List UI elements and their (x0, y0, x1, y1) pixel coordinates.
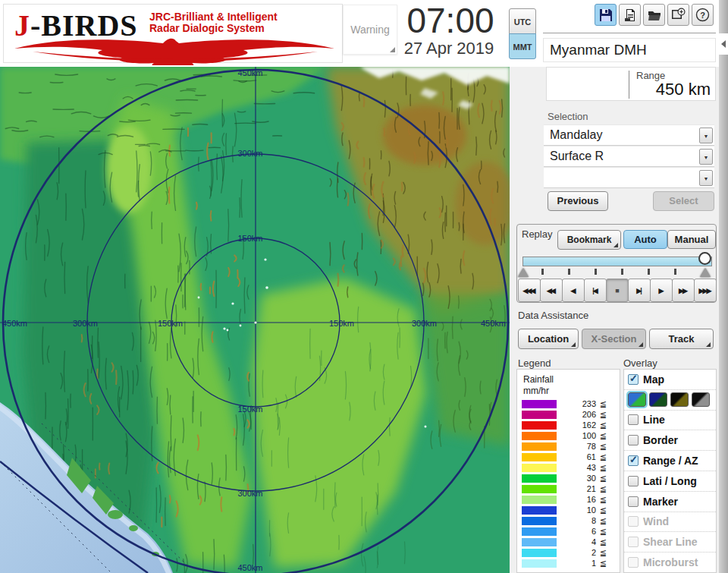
option-dropdown[interactable]: ▼ (544, 167, 714, 188)
overlay-panel: Map Line Border Range / AZ (623, 369, 717, 573)
replay-slider-thumb[interactable] (698, 252, 711, 265)
app-logo: J-BIRDS JRC-Brilliant & Intelligent Rada… (3, 4, 343, 63)
save-button[interactable] (595, 4, 617, 26)
map-style-blue-green[interactable] (628, 392, 646, 407)
legend-color-swatch (522, 517, 557, 525)
legend-row: 30≦ (522, 473, 616, 483)
utc-button[interactable]: UTC (509, 8, 536, 34)
skip-forward-button[interactable]: ▶▶▶ (694, 279, 717, 302)
legend-row: 16≦ (522, 494, 616, 505)
legend-threshold-value: 2 (557, 548, 596, 557)
playback-controls: ◀◀◀ ◀◀ ◀ |◀ ■ ▶| ▶ ▶▶ ▶▶▶ (518, 279, 716, 302)
auto-button[interactable]: Auto (623, 230, 667, 249)
checkbox-disabled-icon (628, 537, 639, 547)
chevron-down-icon[interactable]: ▼ (699, 149, 713, 165)
chevron-down-icon[interactable]: ▼ (699, 128, 713, 143)
legend-lte-symbol: ≦ (596, 495, 607, 505)
open-folder-icon (648, 8, 661, 22)
checkbox-icon[interactable] (628, 476, 639, 486)
legend-threshold-value: 162 (557, 420, 596, 430)
panel-collapse-button[interactable] (719, 33, 728, 55)
site-dropdown[interactable]: Mandalay ▼ (544, 124, 714, 146)
rewind-button[interactable]: ◀◀ (540, 279, 563, 302)
legend-color-swatch (522, 538, 557, 546)
slider-start-marker[interactable] (518, 268, 529, 277)
checkbox-icon[interactable] (628, 435, 639, 445)
checkbox-icon[interactable] (628, 496, 639, 507)
svg-text:300km: 300km (73, 319, 98, 328)
legend-threshold-value: 8 (557, 516, 596, 525)
legend-row: 78≦ (522, 441, 616, 452)
radar-map[interactable]: 450km 300km 150km 150km 300km 450km 450k… (0, 67, 510, 573)
fast-forward-button[interactable]: ▶▶ (672, 279, 695, 302)
legend-row: 6≦ (522, 526, 616, 537)
checkbox-checked-icon[interactable] (628, 374, 639, 385)
replay-slider[interactable] (522, 257, 712, 266)
step-back-button[interactable]: |◀ (584, 279, 607, 302)
legend-row: 21≦ (522, 483, 616, 494)
overlay-item-marker[interactable]: Marker (624, 491, 716, 512)
legend-row: 206≦ (522, 409, 616, 420)
legend-color-swatch (522, 559, 557, 568)
overlay-item-line[interactable]: Line (624, 410, 716, 430)
map-style-black-gray[interactable] (692, 392, 710, 407)
legend-color-swatch (522, 464, 557, 472)
svg-text:450km: 450km (481, 319, 506, 328)
jbirds-window: J-BIRDS JRC-Brilliant & Intelligent Rada… (0, 0, 728, 573)
open-folder-button[interactable] (643, 4, 665, 26)
legend-color-swatch (522, 506, 557, 515)
checkbox-icon[interactable] (628, 414, 639, 425)
manual-button[interactable]: Manual (667, 230, 716, 249)
previous-button[interactable]: Previous (548, 191, 608, 211)
add-image-button[interactable] (667, 4, 689, 26)
add-image-icon (671, 8, 686, 22)
legend-color-swatch (522, 496, 557, 504)
select-button[interactable]: Select (653, 191, 714, 211)
fast-rewind-button[interactable]: ◀◀◀ (518, 279, 541, 302)
legend-color-swatch (522, 421, 557, 430)
legend-color-swatch (522, 485, 557, 493)
overlay-item-border[interactable]: Border (624, 430, 716, 450)
overlay-item-microburst: Microburst (624, 552, 716, 572)
legend-threshold-value: 16 (557, 495, 596, 504)
legend-threshold-value: 78 (557, 442, 596, 451)
bookmark-button[interactable]: Bookmark (557, 230, 621, 250)
svg-text:450km: 450km (237, 68, 262, 77)
checkbox-checked-icon[interactable] (628, 455, 639, 466)
overlay-item-range-az[interactable]: Range / AZ (624, 450, 716, 471)
legend-lte-symbol: ≦ (596, 559, 607, 568)
legend-threshold-value: 43 (557, 463, 596, 472)
legend-threshold-value: 21 (557, 484, 596, 493)
corner-arrow-icon (706, 342, 711, 347)
print-button[interactable] (619, 4, 641, 26)
chevron-down-icon[interactable]: ▼ (699, 170, 713, 186)
mmt-button[interactable]: MMT (509, 33, 536, 59)
track-button[interactable]: Track (649, 329, 714, 349)
play-reverse-button[interactable]: ◀ (562, 279, 585, 302)
svg-text:150km: 150km (237, 405, 262, 414)
overlay-item-map[interactable]: Map (624, 370, 716, 389)
slider-tick (621, 269, 623, 275)
legend-threshold-value: 206 (557, 410, 596, 419)
slider-tick (674, 269, 676, 275)
legend-lte-symbol: ≦ (596, 410, 607, 420)
product-dropdown[interactable]: Surface R ▼ (544, 146, 714, 167)
svg-text:?: ? (700, 11, 705, 20)
x-section-button[interactable]: X-Section (582, 329, 646, 349)
map-style-black-olive[interactable] (670, 392, 689, 407)
overlay-item-lati-long[interactable]: Lati / Long (624, 471, 716, 491)
step-forward-button[interactable]: ▶| (628, 279, 651, 302)
location-button[interactable]: Location (518, 329, 579, 349)
slider-end-marker[interactable] (700, 268, 711, 277)
stop-button[interactable]: ■ (606, 279, 629, 302)
play-button[interactable]: ▶ (650, 279, 673, 302)
map-style-navy-darkgreen[interactable] (649, 392, 667, 407)
range-display: Range 450 km (546, 67, 716, 101)
legend-row: 1≦ (522, 558, 616, 568)
slider-tick (541, 269, 544, 275)
legend-threshold-value: 61 (557, 452, 596, 461)
help-button[interactable]: ? (692, 4, 714, 26)
legend-lte-symbol: ≦ (596, 537, 607, 547)
collapse-arrow-icon (721, 40, 726, 48)
station-name: Myanmar DMH (543, 38, 716, 62)
